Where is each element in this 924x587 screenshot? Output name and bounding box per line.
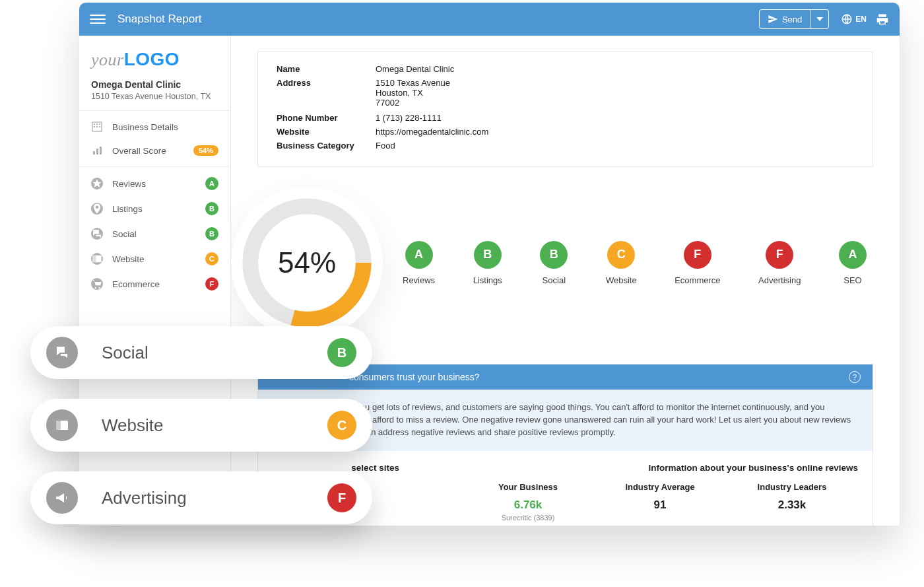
your-sub2: Yelp (1709) xyxy=(462,524,594,526)
ecommerce-icon xyxy=(91,278,103,290)
your-sub1: Surecritic (3839) xyxy=(462,513,594,523)
label-address: Address xyxy=(277,78,376,108)
category-reviews[interactable]: AReviews xyxy=(403,241,435,285)
send-label: Send xyxy=(782,15,802,24)
grade-badge: C xyxy=(327,411,356,440)
category-label: Reviews xyxy=(403,275,435,285)
reviews-icon xyxy=(91,178,103,190)
grade-badge: B xyxy=(205,202,218,215)
grade-badge: B xyxy=(540,241,568,269)
business-details-card: NameOmega Dental Clinic Address 1510 Tex… xyxy=(257,52,873,167)
sidebar-section-overview: Business Details Overall Score 54% xyxy=(79,111,230,167)
col-your: Your Business xyxy=(462,482,594,499)
nav-social[interactable]: SocialB xyxy=(79,221,230,246)
category-listings[interactable]: BListings xyxy=(473,241,502,285)
label-category: Business Category xyxy=(277,141,376,151)
print-button[interactable] xyxy=(876,13,889,26)
svg-rect-6 xyxy=(96,126,98,127)
menu-icon[interactable] xyxy=(90,11,106,27)
label-name: Name xyxy=(277,64,376,74)
svg-rect-4 xyxy=(99,123,100,125)
send-caret-button[interactable] xyxy=(810,10,828,28)
label-phone: Phone Number xyxy=(277,113,376,123)
svg-rect-9 xyxy=(96,149,98,155)
grade-badge: B xyxy=(474,241,502,269)
grade-badge: B xyxy=(327,338,356,367)
social-icon xyxy=(91,228,103,240)
floating-cards: SocialBWebsiteCAdvertisingF xyxy=(30,326,372,524)
megaphone-icon xyxy=(46,482,78,514)
nav-label: Social xyxy=(112,229,205,239)
category-ecommerce[interactable]: FEcommerce xyxy=(675,241,720,285)
grade-badge: A xyxy=(205,177,218,190)
nav-overall-score[interactable]: Overall Score 54% xyxy=(79,139,230,162)
overall-score-row: 54% AReviewsBListingsBSocialCWebsiteFEco… xyxy=(257,187,873,339)
logo: yourLOGO xyxy=(79,36,230,79)
category-seo[interactable]: ASEO xyxy=(839,241,867,285)
svg-marker-11 xyxy=(92,179,102,188)
overall-score-pill: 54% xyxy=(193,145,218,156)
float-card-advertising[interactable]: AdvertisingF xyxy=(30,471,372,524)
category-label: Social xyxy=(543,275,566,285)
svg-rect-3 xyxy=(96,123,98,125)
panel-icon xyxy=(46,409,78,441)
nav-label: Reviews xyxy=(112,179,205,189)
grade-badge: B xyxy=(205,227,218,240)
value-phone: 1 (713) 228-1111 xyxy=(376,113,854,123)
nav-business-details[interactable]: Business Details xyxy=(79,115,230,139)
language-code: EN xyxy=(855,15,867,24)
category-label: Advertising xyxy=(758,275,801,285)
grade-badge: C xyxy=(607,241,635,269)
help-icon[interactable]: ? xyxy=(849,371,861,383)
category-label: Ecommerce xyxy=(675,275,720,285)
float-card-website[interactable]: WebsiteC xyxy=(30,399,372,452)
grade-badge: F xyxy=(205,277,218,291)
nav-website[interactable]: WebsiteC xyxy=(79,246,230,271)
category-label: Website xyxy=(606,275,637,285)
svg-rect-8 xyxy=(93,151,95,155)
label-website: Website xyxy=(277,127,376,137)
value-name: Omega Dental Clinic xyxy=(376,64,854,74)
chevron-down-icon xyxy=(816,16,823,22)
nav-label: Overall Score xyxy=(112,146,193,156)
send-icon xyxy=(768,14,778,24)
logo-logo: LOGO xyxy=(124,49,180,69)
overall-score-donut: 54% xyxy=(231,187,383,339)
svg-rect-5 xyxy=(94,126,95,127)
website-icon xyxy=(91,253,103,265)
category-label: Listings xyxy=(473,275,502,285)
float-card-social[interactable]: SocialB xyxy=(30,326,372,379)
svg-rect-19 xyxy=(56,421,61,430)
app-header: Snapshot Report Send EN xyxy=(79,3,900,36)
grade-badge: F xyxy=(684,241,711,269)
nav-ecommerce[interactable]: EcommerceF xyxy=(79,271,230,296)
grade-badge: A xyxy=(839,241,867,269)
chat-icon xyxy=(46,337,78,368)
building-icon xyxy=(91,121,103,133)
nav-listings[interactable]: ListingsB xyxy=(79,196,230,221)
svg-rect-2 xyxy=(94,123,95,125)
category-strip: AReviewsBListingsBSocialCWebsiteFEcommer… xyxy=(403,241,873,285)
language-selector[interactable]: EN xyxy=(841,13,867,25)
svg-point-14 xyxy=(95,287,96,289)
float-label: Social xyxy=(102,343,327,363)
section-blurb: You rock! You get lots of reviews, and c… xyxy=(317,401,858,439)
send-button[interactable]: Send xyxy=(760,10,810,28)
logo-your: your xyxy=(91,50,124,69)
print-icon xyxy=(876,13,889,26)
overall-score-value: 54% xyxy=(278,246,336,279)
nav-reviews[interactable]: ReviewsA xyxy=(79,171,230,196)
bar-chart-icon xyxy=(91,145,103,156)
send-button-group: Send xyxy=(759,9,829,29)
avg-value: 91 xyxy=(594,499,726,512)
value-website: https://omegadentalclinic.com xyxy=(376,127,854,137)
category-social[interactable]: BSocial xyxy=(540,241,568,285)
category-advertising[interactable]: FAdvertising xyxy=(758,241,801,285)
float-label: Advertising xyxy=(102,488,327,508)
header-title: Snapshot Report xyxy=(117,13,202,26)
svg-rect-13 xyxy=(92,256,96,263)
globe-icon xyxy=(841,13,853,25)
nav-label: Website xyxy=(112,254,205,264)
category-website[interactable]: CWebsite xyxy=(606,241,637,285)
value-address: 1510 Texas Avenue Houston, TX 77002 xyxy=(376,78,854,108)
